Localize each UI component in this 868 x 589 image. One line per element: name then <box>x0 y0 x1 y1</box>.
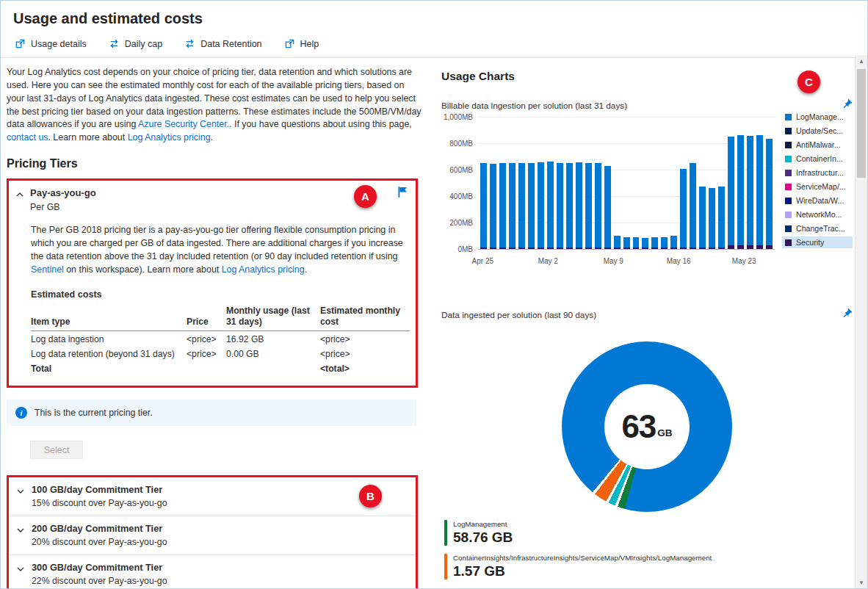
pin-icon[interactable] <box>842 308 853 322</box>
bar <box>595 163 601 249</box>
legend-label: AntiMalwar... <box>796 140 841 149</box>
bar <box>728 137 734 249</box>
legend-item[interactable]: LogManage... <box>782 111 853 123</box>
donut-legend-label: ContainerInsights/InfrastructureInsights… <box>453 554 712 562</box>
usage-charts-pane: C Usage Charts Billable data ingestion p… <box>431 58 867 589</box>
info-icon: i <box>15 407 27 419</box>
donut-legend-value: 58.76 GB <box>453 530 513 546</box>
legend-item[interactable]: ChangeTrac... <box>782 223 853 234</box>
legend-item[interactable]: WireData/W... <box>782 195 853 206</box>
bar-chart-title: Billable data ingestion per solution (la… <box>441 101 627 111</box>
estimated-costs-table: Item type Price Monthly usage (last 31 d… <box>31 303 410 376</box>
chevron-up-icon[interactable] <box>15 189 24 212</box>
chevron-down-icon <box>16 563 25 586</box>
legend-label: Update/Sec... <box>796 126 843 135</box>
bar <box>623 237 630 249</box>
usage-cell: 0.00 GB <box>226 346 320 361</box>
legend-item[interactable]: ServiceMap/... <box>782 181 853 192</box>
commitment-tier-title: 200 GB/day Commitment Tier <box>32 523 167 534</box>
legend-color-chip <box>785 184 792 190</box>
commitment-tier-row[interactable]: 200 GB/day Commitment Tier20% discount o… <box>9 516 416 555</box>
y-axis-label: 400MB <box>449 192 473 200</box>
log-analytics-pricing-link[interactable]: Log Analytics pricing <box>128 132 211 142</box>
external-link-icon <box>284 38 295 49</box>
item-type-cell: Log data retention (beyond 31 days) <box>31 346 187 361</box>
bar-x-axis: Apr 25May 2May 9May 16May 23 <box>478 250 767 270</box>
annotation-c-badge: C <box>798 71 820 93</box>
commitment-tier-row[interactable]: 300 GB/day Commitment Tier22% discount o… <box>9 555 416 589</box>
bar <box>737 135 744 249</box>
scroll-down-icon[interactable]: ▼ <box>856 577 867 588</box>
pricing-tiers-heading: Pricing Tiers <box>7 157 431 170</box>
bar <box>651 237 658 249</box>
bar <box>604 166 611 249</box>
bar <box>528 163 535 249</box>
scroll-up-icon[interactable]: ▲ <box>856 55 867 67</box>
contact-us-link[interactable]: contact us <box>7 132 48 142</box>
vertical-scrollbar[interactable]: ▲ ▼ <box>855 55 867 588</box>
total-value-cell: <total> <box>320 361 410 375</box>
tier-description-segment: The Per GB 2018 pricing tier is a pay-as… <box>31 225 403 261</box>
legend-color-chip <box>785 198 792 204</box>
price-cell: <price> <box>187 346 226 361</box>
bar <box>490 164 496 249</box>
bar <box>747 136 753 249</box>
bar <box>499 163 506 249</box>
bar <box>518 163 525 249</box>
legend-item[interactable]: AntiMalwar... <box>782 139 853 151</box>
y-axis-label: 0MB <box>457 245 473 253</box>
legend-color-chip <box>785 142 792 148</box>
intro-segment: . Learn more about <box>48 132 127 142</box>
tier-subtitle: Per GB <box>30 202 96 212</box>
legend-item[interactable]: Security <box>782 236 853 248</box>
scrollbar-thumb[interactable] <box>857 69 866 178</box>
toolbar-daily-cap[interactable]: Daily cap <box>109 38 162 49</box>
chevron-down-icon <box>16 485 25 508</box>
legend-item[interactable]: Update/Sec... <box>782 125 853 137</box>
log-analytics-pricing-link[interactable]: Log Analytics pricing <box>222 264 305 275</box>
donut-chart-title: Data ingested per solution (last 90 days… <box>441 310 596 320</box>
legend-label: LogManage... <box>796 112 844 121</box>
bar <box>547 162 554 249</box>
sentinel-link[interactable]: Sentinel <box>31 264 64 275</box>
toolbar-usage-details[interactable]: Usage details <box>15 38 87 49</box>
x-axis-label: May 16 <box>667 257 691 265</box>
y-axis-label: 600MB <box>449 166 473 174</box>
tier-description: The Per GB 2018 pricing tier is a pay-as… <box>31 223 404 276</box>
legend-label: ChangeTrac... <box>796 224 845 233</box>
x-axis-label: Apr 25 <box>472 257 493 265</box>
toolbar-item-label: Help <box>300 39 319 49</box>
donut-legend-item[interactable]: LogManagement58.76 GB <box>444 520 853 546</box>
select-button[interactable]: Select <box>30 441 83 459</box>
item-type-cell: Log data ingestion <box>31 331 187 347</box>
table-row: Log data ingestion <price> 16.92 GB <pri… <box>31 331 410 347</box>
bar-chart: 0MB200MB400MB600MB800MB1,000MB LogManage… <box>441 117 853 250</box>
bar <box>718 187 725 249</box>
donut-center: 63 GB <box>604 384 690 469</box>
bar <box>670 236 677 249</box>
azure-security-center-link[interactable]: Azure Security Center. <box>138 119 229 129</box>
toolbar-help[interactable]: Help <box>284 38 319 49</box>
legend-item[interactable]: Infrastructur... <box>782 167 853 178</box>
column-header: Monthly usage (last 31 days) <box>226 303 320 331</box>
bar-chart-legend: LogManage...Update/Sec...AntiMalwar...Co… <box>775 111 853 250</box>
donut-legend-value: 1.57 GB <box>453 563 712 579</box>
legend-label: NetworkMo... <box>796 210 842 219</box>
legend-item[interactable]: ContainerIn... <box>782 153 853 165</box>
column-header: Item type <box>31 303 187 331</box>
annotation-b-badge: B <box>359 485 382 507</box>
bar <box>585 163 592 249</box>
x-axis-label: May 2 <box>538 257 558 265</box>
tier-description-segment: on this workspace). Learn more about <box>64 264 222 275</box>
commitment-tier-row[interactable]: 100 GB/day Commitment Tier15% discount o… <box>9 477 416 516</box>
pay-as-you-go-card: A Pay-as-you-go Per GB The Per GB 2018 p… <box>7 178 418 388</box>
commitment-tier-subtitle: 20% discount over Pay-as-you-go <box>32 537 167 547</box>
commitment-tiers-list: B 100 GB/day Commitment Tier15% discount… <box>7 475 418 589</box>
bar-y-axis: 0MB200MB400MB600MB800MB1,000MB <box>441 117 478 249</box>
cost-cell: <price> <box>320 346 410 361</box>
legend-item[interactable]: NetworkMo... <box>782 209 853 220</box>
bar <box>699 187 706 249</box>
donut-legend-item[interactable]: ContainerInsights/InfrastructureInsights… <box>444 554 853 579</box>
swap-arrows-icon <box>184 38 195 49</box>
toolbar-data-retention[interactable]: Data Retention <box>184 38 261 49</box>
